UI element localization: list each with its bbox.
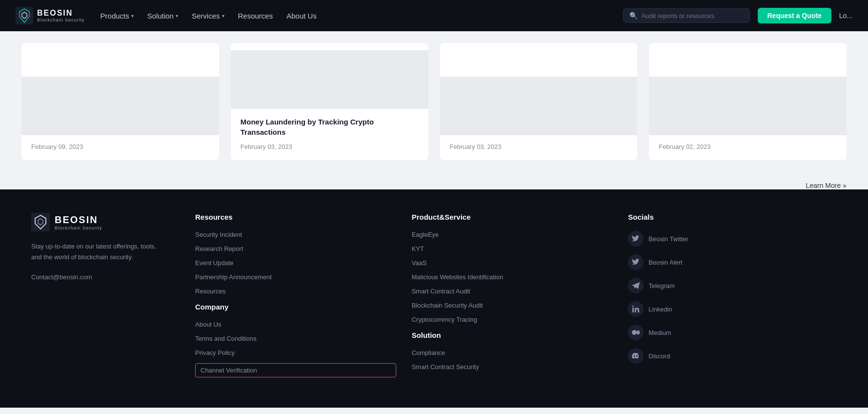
nav-right: 🔍 Request a Quote Lo... <box>623 8 853 23</box>
logo-subtitle: Blockchain Security <box>37 18 85 22</box>
footer-socials-title: Socials <box>628 213 829 221</box>
learn-more-label: Learn More <box>806 182 841 189</box>
discord-icon <box>628 348 644 364</box>
social-label-twitter-beosin: Beosin Twitter <box>648 235 688 243</box>
card-date-1: February 09, 2023 <box>31 143 209 150</box>
learn-more-row[interactable]: Learn More » <box>0 176 868 189</box>
footer-solution-title: Solution <box>412 331 613 339</box>
social-label-linkedin: Linkedin <box>648 306 672 313</box>
card-title-2: Money Laundering by Tracking Crypto Tran… <box>241 117 419 137</box>
footer-link-kyt[interactable]: KYT <box>412 245 613 252</box>
card-wrapper-2: Money Laundering by Tracking Crypto Tran… <box>225 43 434 160</box>
footer-columns: Resources Security Incident Research Rep… <box>187 213 837 384</box>
content-area: February 09, 2023 Money Laundering by Tr… <box>0 31 868 189</box>
card-image-2 <box>231 50 428 109</box>
cards-section: February 09, 2023 Money Laundering by Tr… <box>0 31 868 176</box>
footer-description: Stay up-to-date on our latest offerings,… <box>31 241 168 263</box>
footer-col-socials: Socials Beosin Twitter Beosin Alert Tele… <box>620 213 837 384</box>
footer-link-smart-contract-audit[interactable]: Smart Contract Audit <box>412 288 613 295</box>
footer-link-eagleeye[interactable]: EagleEye <box>412 231 613 238</box>
social-label-discord: Discord <box>648 352 670 360</box>
twitter-icon <box>628 231 644 247</box>
footer-link-privacy[interactable]: Privacy Policy <box>195 349 396 356</box>
nav-solution[interactable]: Solution ▾ <box>147 12 178 20</box>
blog-card-3[interactable]: February 03, 2023 <box>440 43 638 160</box>
svg-point-5 <box>637 331 639 335</box>
footer-link-smart-contract-security[interactable]: Smart Contract Security <box>412 363 613 371</box>
chevron-down-icon: ▾ <box>222 13 224 19</box>
blog-card-2[interactable]: Money Laundering by Tracking Crypto Tran… <box>231 43 428 160</box>
card-date-4: February 02, 2023 <box>659 143 837 150</box>
footer-link-terms[interactable]: Terms and Conditions <box>195 335 396 342</box>
social-item-discord[interactable]: Discord <box>628 348 829 364</box>
footer-link-resources[interactable]: Resources <box>195 288 396 295</box>
blog-card-1[interactable]: February 09, 2023 <box>21 43 219 160</box>
logo[interactable]: BEOSIN Blockchain Security <box>16 7 85 24</box>
card-wrapper-4: February 02, 2023 <box>643 43 852 160</box>
footer-link-security-incident[interactable]: Security Incident <box>195 231 396 238</box>
footer-link-channel-verification[interactable]: Channel Verification <box>195 363 396 377</box>
footer-logo-subtitle: Blockchain Security <box>55 226 102 230</box>
logo-name: BEOSIN <box>37 9 85 18</box>
footer-link-vaas[interactable]: VaaS <box>412 259 613 267</box>
footer-logo: BEOSIN Blockchain Security <box>31 213 168 231</box>
card-date-2: February 03, 2023 <box>241 143 419 150</box>
nav-links: Products ▾ Solution ▾ Services ▾ Resourc… <box>101 12 607 20</box>
nav-about[interactable]: About Us <box>286 12 317 20</box>
social-label-telegram: Telegram <box>648 282 674 290</box>
footer-contact: Contact@beosin.com <box>31 273 92 281</box>
social-item-linkedin[interactable]: Linkedin <box>628 301 829 317</box>
footer-col-product-service: Product&Service EagleEye KYT VaaS Malici… <box>404 213 621 384</box>
social-label-beosin-alert: Beosin Alert <box>648 259 682 266</box>
footer-link-event-update[interactable]: Event Update <box>195 259 396 267</box>
footer: BEOSIN Blockchain Security Stay up-to-da… <box>0 189 868 408</box>
chevron-down-icon: ▾ <box>176 13 178 19</box>
footer-col-resources: Resources Security Incident Research Rep… <box>187 213 404 384</box>
footer-product-service-title: Product&Service <box>412 213 613 221</box>
social-item-medium[interactable]: Medium <box>628 325 829 340</box>
footer-logo-name: BEOSIN <box>55 214 102 226</box>
login-button[interactable]: Lo... <box>839 12 852 20</box>
footer-link-research-report[interactable]: Research Report <box>195 245 396 252</box>
social-item-beosin-alert[interactable]: Beosin Alert <box>628 254 829 270</box>
card-date-3: February 03, 2023 <box>450 143 628 150</box>
card-image-4 <box>649 77 847 135</box>
chevron-down-icon: ▾ <box>131 13 134 19</box>
footer-link-malicious-websites[interactable]: Malicious Websites Identification <box>412 273 613 281</box>
twitter-alert-icon <box>628 254 644 270</box>
svg-point-3 <box>632 306 634 307</box>
card-image-1 <box>21 77 219 135</box>
learn-more-arrows: » <box>843 182 847 189</box>
blog-card-4[interactable]: February 02, 2023 <box>649 43 847 160</box>
footer-link-blockchain-security-audit[interactable]: Blockchain Security Audit <box>412 302 613 309</box>
social-item-twitter-beosin[interactable]: Beosin Twitter <box>628 231 829 247</box>
search-input[interactable] <box>642 12 744 20</box>
request-quote-button[interactable]: Request a Quote <box>758 8 831 23</box>
footer-company-title: Company <box>195 303 396 311</box>
footer-link-cryptocurrency-tracing[interactable]: Cryptocurrency Tracing <box>412 316 613 323</box>
nav-products[interactable]: Products ▾ <box>101 12 134 20</box>
social-label-medium: Medium <box>648 329 671 336</box>
svg-rect-2 <box>632 308 634 313</box>
footer-resources-title: Resources <box>195 213 396 221</box>
nav-resources[interactable]: Resources <box>238 12 273 20</box>
nav-services[interactable]: Services ▾ <box>192 12 224 20</box>
svg-point-4 <box>632 330 637 335</box>
linkedin-icon <box>628 301 644 317</box>
social-item-telegram[interactable]: Telegram <box>628 278 829 293</box>
footer-link-partnership[interactable]: Partnership Announcement <box>195 273 396 281</box>
svg-point-6 <box>639 331 640 334</box>
card-image-3 <box>440 77 638 135</box>
footer-link-about[interactable]: About Us <box>195 321 396 328</box>
card-wrapper-3: February 03, 2023 <box>434 43 644 160</box>
footer-link-compliance[interactable]: Compliance <box>412 349 613 356</box>
search-box[interactable]: 🔍 <box>623 8 750 23</box>
svg-rect-0 <box>16 7 33 24</box>
medium-icon <box>628 325 644 340</box>
card-wrapper-1: February 09, 2023 <box>16 43 225 160</box>
search-icon: 🔍 <box>629 12 638 20</box>
footer-brand-col: BEOSIN Blockchain Security Stay up-to-da… <box>31 213 168 384</box>
telegram-icon <box>628 278 644 293</box>
navbar: BEOSIN Blockchain Security Products ▾ So… <box>0 0 868 31</box>
